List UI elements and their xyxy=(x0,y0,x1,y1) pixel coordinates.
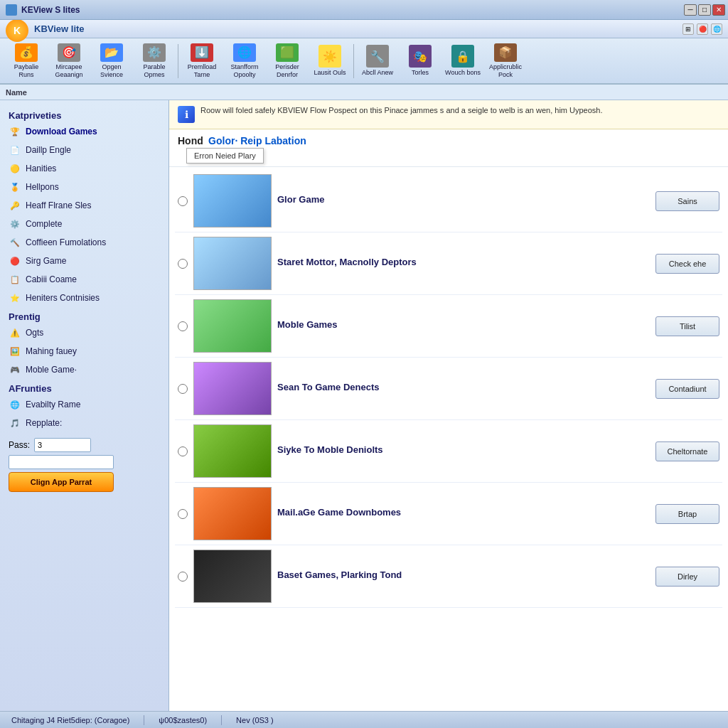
game-title-5: Mail.aGe Game Downbomes xyxy=(277,507,650,518)
sidebar-icon-0-3: 🏅 xyxy=(9,181,21,193)
close-button[interactable]: ✕ xyxy=(712,4,725,16)
section-title: Hond xyxy=(178,135,203,146)
toolbar-icon-11: 📦 xyxy=(494,43,517,62)
toolbar: 💰Paybalie Runs🎯Mircapee Geaanign📂Opgen S… xyxy=(0,38,728,85)
game-btn-6[interactable]: Dirley xyxy=(655,567,719,587)
pass-input[interactable] xyxy=(34,438,91,452)
game-info-2: Moble Games xyxy=(277,319,650,333)
game-btn-0[interactable]: Sains xyxy=(655,191,719,211)
sidebar-item-0-0[interactable]: 🏆Download Games xyxy=(0,122,168,141)
menu-bar: K KBView lite ⊞ 🔴 🌐 xyxy=(0,20,728,38)
toolbar-btn-4[interactable]: ⬇️Premlload Tarne xyxy=(181,41,223,81)
sidebar-label-0-4: Heaff Flrane Sles xyxy=(26,200,92,210)
sidebar-item-0-8[interactable]: 📋Cabiii Coame xyxy=(0,270,168,289)
sidebar-item-0-2[interactable]: 🟡Hanities xyxy=(0,159,168,178)
title-bar: KEView S lites ─ □ ✕ xyxy=(0,0,728,20)
game-btn-2[interactable]: Tilist xyxy=(655,316,719,336)
toolbar-btn-7[interactable]: ☀️Lausit Ouls xyxy=(309,41,350,81)
sidebar-label-2-1: Repplate: xyxy=(26,418,62,428)
sidebar-item-2-1[interactable]: 🎵Repplate: xyxy=(0,414,168,432)
game-item-6: Baset Games, Plarking TondDirley xyxy=(175,545,722,608)
game-title-3: Sean To Game Denects xyxy=(277,382,650,392)
toolbar-btn-9[interactable]: 🎭Torles xyxy=(400,41,441,81)
toolbar-btn-0[interactable]: 💰Paybalie Runs xyxy=(6,41,47,81)
status-sep-1 xyxy=(144,715,144,725)
sidebar-icon-1-1: 🖼️ xyxy=(9,345,21,358)
sidebar-label-0-2: Hanities xyxy=(26,164,56,173)
app-icon xyxy=(6,4,17,16)
name-bar-label: Name xyxy=(6,88,27,97)
sidebar-icon-0-6: 🔨 xyxy=(9,236,21,249)
toolbar-btn-11[interactable]: 📦Applicrublic Pock xyxy=(485,41,526,81)
name-bar: Name xyxy=(0,85,728,100)
sidebar-item-0-5[interactable]: ⚙️Complete xyxy=(0,215,168,233)
sidebar-label-1-2: Moble Game· xyxy=(26,365,77,375)
toolbar-btn-1[interactable]: 🎯Mircapee Geaanign xyxy=(48,41,90,81)
info-banner: ℹ Roow will foled safely KBVIEW Flow Pos… xyxy=(169,100,728,129)
sidebar-item-1-1[interactable]: 🖼️Mahing fauey xyxy=(0,342,168,360)
game-info-5: Mail.aGe Game Downbomes xyxy=(277,507,650,520)
menu-icon-2[interactable]: 🔴 xyxy=(697,23,708,35)
sidebar-label-0-6: Coffieen Fumolations xyxy=(26,237,106,247)
main-layout: Katpriveties🏆Download Games📄Daillp Engle… xyxy=(0,100,728,711)
game-radio-1[interactable] xyxy=(178,259,188,269)
sidebar-label-0-9: Heniters Contnisies xyxy=(26,293,100,303)
status-item-2: Nev (0S3 ) xyxy=(230,716,279,724)
game-btn-5[interactable]: Brtap xyxy=(655,504,719,524)
menu-icon-1[interactable]: ⊞ xyxy=(682,23,694,35)
sidebar-item-1-0[interactable]: ⚠️Ogts xyxy=(0,323,168,342)
game-radio-6[interactable] xyxy=(178,572,188,582)
sidebar-item-0-4[interactable]: 🔑Heaff Flrane Sles xyxy=(0,196,168,215)
sidebar-item-0-9[interactable]: ⭐Heniters Contnisies xyxy=(0,289,168,307)
minimize-button[interactable]: ─ xyxy=(684,4,697,16)
game-title-1: Staret Mottor, Macnolly Deptors xyxy=(277,257,650,267)
status-bar: Chitaging J4 Riet5diep: (Coragoe)ψ00$zas… xyxy=(0,711,728,728)
toolbar-icon-7: ☀️ xyxy=(318,45,341,68)
sidebar-icon-2-1: 🎵 xyxy=(9,417,21,429)
sidebar-icon-0-8: 📋 xyxy=(9,273,21,286)
sidebar-section-1: Prentig xyxy=(0,307,168,323)
sidebar-item-0-6[interactable]: 🔨Coffieen Fumolations xyxy=(0,233,168,252)
menu-icons: ⊞ 🔴 🌐 xyxy=(682,23,722,35)
game-radio-2[interactable] xyxy=(178,321,188,331)
toolbar-label-4: Premlload Tarne xyxy=(183,63,220,79)
sidebar-item-0-7[interactable]: 🔴Sirg Game xyxy=(0,252,168,270)
toolbar-btn-6[interactable]: 🟩Perisder Denrfor xyxy=(267,41,308,81)
toolbar-btn-3[interactable]: ⚙️Parable Opmes xyxy=(134,41,175,81)
game-radio-3[interactable] xyxy=(178,384,188,394)
game-info-4: Siyke To Moble Deniolts xyxy=(277,444,650,458)
menu-icon-3[interactable]: 🌐 xyxy=(711,23,722,35)
sidebar-label-2-0: Evabilty Rame xyxy=(26,400,80,410)
game-thumb-6 xyxy=(193,550,272,603)
game-btn-4[interactable]: Cheltornate xyxy=(655,441,719,461)
sidebar-icon-0-9: ⭐ xyxy=(9,291,21,304)
toolbar-btn-8[interactable]: 🔧Abcll Anew xyxy=(357,41,398,81)
toolbar-btn-10[interactable]: 🔒Wouch bons xyxy=(442,41,483,81)
game-info-3: Sean To Game Denects xyxy=(277,382,650,395)
toolbar-btn-5[interactable]: 🌐Stanfform Opoolty xyxy=(224,41,265,81)
maximize-button[interactable]: □ xyxy=(698,4,711,16)
toolbar-icon-9: 🎭 xyxy=(409,45,432,68)
game-btn-1[interactable]: Check ehe xyxy=(655,254,719,274)
game-item-1: Staret Mottor, Macnolly DeptorsCheck ehe xyxy=(175,232,722,295)
game-item-0: Glor GameSains xyxy=(175,170,722,232)
game-title-2: Moble Games xyxy=(277,319,650,330)
pass-area: Pass: Clign App Parrat xyxy=(0,432,168,498)
game-item-4: Siyke To Moble DenioltsCheltornate xyxy=(175,420,722,483)
toolbar-separator-3 xyxy=(178,44,178,78)
game-list: Glor GameSainsStaret Mottor, Macnolly De… xyxy=(169,167,728,611)
pass-input2[interactable] xyxy=(9,455,114,469)
sidebar-item-1-2[interactable]: 🎮Moble Game· xyxy=(0,360,168,379)
game-btn-3[interactable]: Contadiunt xyxy=(655,379,719,399)
toolbar-label-0: Paybalie Runs xyxy=(8,63,45,79)
game-radio-4[interactable] xyxy=(178,446,188,456)
toolbar-btn-2[interactable]: 📂Opgen Svience xyxy=(91,41,132,81)
clign-button[interactable]: Clign App Parrat xyxy=(9,472,114,492)
game-radio-5[interactable] xyxy=(178,509,188,519)
sidebar-item-0-1[interactable]: 📄Daillp Engle xyxy=(0,141,168,159)
sidebar-item-2-0[interactable]: 🌐Evabilty Rame xyxy=(0,395,168,414)
toolbar-icon-6: 🟩 xyxy=(276,43,299,62)
sidebar-item-0-3[interactable]: 🏅Hellpons xyxy=(0,178,168,196)
toolbar-icon-4: ⬇️ xyxy=(191,43,213,62)
game-radio-0[interactable] xyxy=(178,196,188,206)
